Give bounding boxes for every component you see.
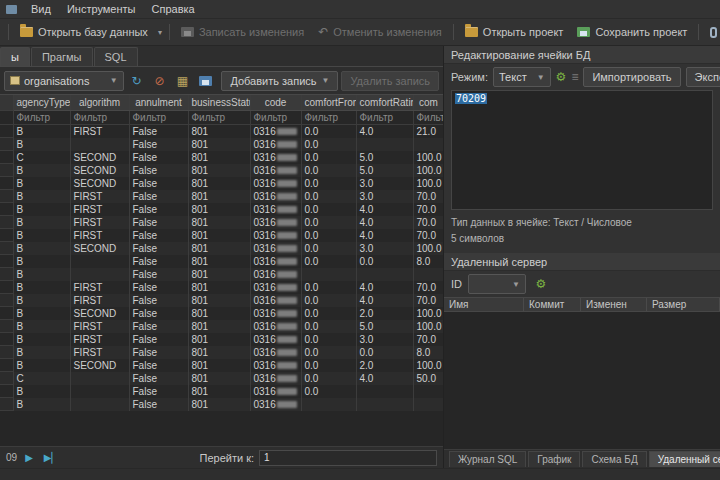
table-cell[interactable]: 0316: [250, 333, 301, 346]
table-cell[interactable]: B: [13, 294, 70, 307]
table-cell[interactable]: 70.0: [413, 294, 443, 307]
table-cell[interactable]: 100.0: [413, 151, 443, 164]
row-handle[interactable]: [0, 138, 13, 151]
table-cell[interactable]: B: [13, 320, 70, 333]
revert-changes-button[interactable]: ↶ Отменить изменения: [312, 23, 448, 41]
word-wrap-button[interactable]: ≡: [571, 68, 578, 86]
recent-databases-chevron-icon[interactable]: ▾: [156, 28, 164, 37]
table-cell[interactable]: 0316: [250, 203, 301, 216]
table-cell[interactable]: 100.0: [413, 164, 443, 177]
table-cell[interactable]: 0316: [250, 216, 301, 229]
table-cell[interactable]: B: [13, 385, 70, 398]
table-cell[interactable]: C: [13, 151, 70, 164]
table-cell[interactable]: [70, 268, 129, 281]
filter-input[interactable]: Фильтр: [413, 110, 443, 124]
table-cell[interactable]: [356, 385, 413, 398]
table-cell[interactable]: SECOND: [70, 164, 129, 177]
table-cell[interactable]: 0.0: [301, 255, 356, 268]
table-cell[interactable]: B: [13, 281, 70, 294]
export-button[interactable]: Экспортировать: [686, 67, 720, 87]
table-cell[interactable]: 0.0: [301, 203, 356, 216]
column-header[interactable]: algorithm: [70, 95, 129, 110]
filter-input[interactable]: Фильтр: [250, 110, 301, 124]
table-cell[interactable]: [413, 398, 443, 411]
table-cell[interactable]: 0316: [250, 268, 301, 281]
edit-table-button[interactable]: ▦: [173, 71, 193, 91]
table-cell[interactable]: 801: [188, 229, 250, 242]
filter-input[interactable]: Фильтр: [188, 110, 250, 124]
menu-tools[interactable]: Инструменты: [59, 1, 144, 17]
table-cell[interactable]: [301, 268, 356, 281]
column-header[interactable]: annulment: [129, 95, 188, 110]
table-cell[interactable]: 801: [188, 385, 250, 398]
table-cell[interactable]: 100.0: [413, 177, 443, 190]
open-database-button[interactable]: Открыть базу данных: [14, 23, 154, 41]
table-cell[interactable]: 0.0: [301, 124, 356, 138]
column-header[interactable]: comfortFrom: [301, 95, 356, 110]
table-cell[interactable]: 4.0: [356, 372, 413, 385]
table-cell[interactable]: 0316: [250, 124, 301, 138]
table-cell[interactable]: 8.0: [413, 346, 443, 359]
table-cell[interactable]: [356, 138, 413, 151]
table-cell[interactable]: 0.0: [301, 346, 356, 359]
table-cell[interactable]: False: [129, 372, 188, 385]
table-cell[interactable]: FIRST: [70, 281, 129, 294]
table-cell[interactable]: B: [13, 398, 70, 411]
table-cell[interactable]: False: [129, 307, 188, 320]
row-handle[interactable]: [0, 307, 13, 320]
table-cell[interactable]: False: [129, 151, 188, 164]
row-handle[interactable]: [0, 320, 13, 333]
table-cell[interactable]: [356, 398, 413, 411]
delete-record-button[interactable]: Удалить запись: [341, 71, 439, 91]
table-cell[interactable]: 0316: [250, 372, 301, 385]
next-page-button[interactable]: ▶: [22, 451, 36, 464]
tab-pragmas[interactable]: Прагмы: [31, 47, 93, 66]
table-cell[interactable]: False: [129, 138, 188, 151]
dock-tab-remote[interactable]: Удаленный сервер: [649, 451, 720, 467]
table-cell[interactable]: 8.0: [413, 255, 443, 268]
table-cell[interactable]: B: [13, 164, 70, 177]
table-cell[interactable]: FIRST: [70, 216, 129, 229]
table-cell[interactable]: 0316: [250, 307, 301, 320]
column-header[interactable]: agencyType: [13, 95, 70, 110]
table-cell[interactable]: 100.0: [413, 242, 443, 255]
table-cell[interactable]: False: [129, 216, 188, 229]
row-handle[interactable]: [0, 124, 13, 138]
menu-view[interactable]: Вид: [23, 1, 59, 17]
table-cell[interactable]: 801: [188, 320, 250, 333]
table-cell[interactable]: 0.0: [301, 281, 356, 294]
table-cell[interactable]: 100.0: [413, 320, 443, 333]
table-cell[interactable]: B: [13, 307, 70, 320]
table-cell[interactable]: False: [129, 255, 188, 268]
table-cell[interactable]: 100.0: [413, 359, 443, 372]
table-cell[interactable]: 801: [188, 151, 250, 164]
row-handle[interactable]: [0, 177, 13, 190]
table-cell[interactable]: 0316: [250, 320, 301, 333]
table-cell[interactable]: 801: [188, 333, 250, 346]
table-cell[interactable]: 4.0: [356, 216, 413, 229]
table-cell[interactable]: [413, 268, 443, 281]
table-cell[interactable]: 3.0: [356, 333, 413, 346]
row-handle[interactable]: [0, 372, 13, 385]
table-cell[interactable]: [413, 138, 443, 151]
table-cell[interactable]: False: [129, 242, 188, 255]
last-page-button[interactable]: ▶▏: [41, 451, 62, 464]
remote-column-header[interactable]: Изменен: [581, 298, 647, 311]
table-cell[interactable]: 4.0: [356, 281, 413, 294]
table-cell[interactable]: False: [129, 124, 188, 138]
table-cell[interactable]: 50.0: [413, 372, 443, 385]
table-cell[interactable]: 0.0: [301, 242, 356, 255]
goto-record-input[interactable]: [259, 450, 437, 466]
table-cell[interactable]: 4.0: [356, 203, 413, 216]
table-cell[interactable]: False: [129, 294, 188, 307]
table-cell[interactable]: 0.0: [356, 346, 413, 359]
row-handle[interactable]: [0, 229, 13, 242]
table-cell[interactable]: False: [129, 385, 188, 398]
tab-browse-data[interactable]: ы: [0, 47, 30, 66]
table-cell[interactable]: 3.0: [356, 190, 413, 203]
table-cell[interactable]: 0.0: [301, 294, 356, 307]
reload-remote-button[interactable]: ⚙: [532, 275, 550, 293]
open-project-button[interactable]: Открыть проект: [459, 23, 570, 41]
table-cell[interactable]: False: [129, 398, 188, 411]
table-cell[interactable]: B: [13, 216, 70, 229]
